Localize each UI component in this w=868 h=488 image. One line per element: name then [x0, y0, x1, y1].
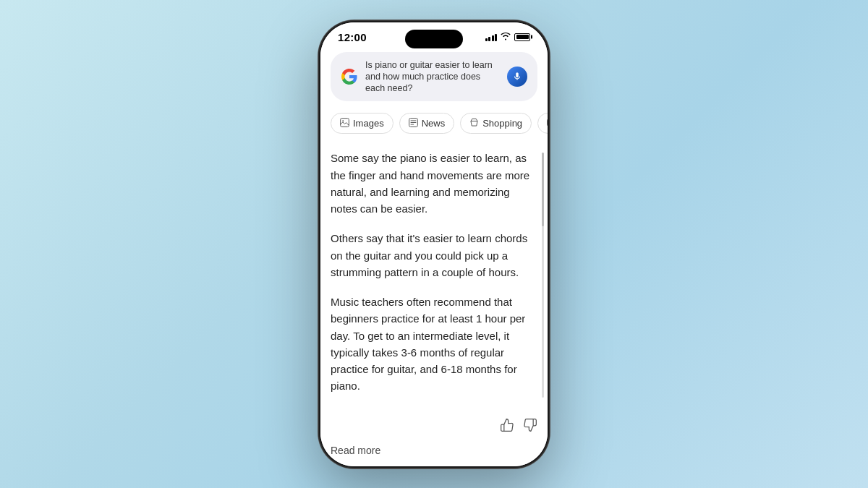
search-query-text: Is piano or guitar easier to learn and h…: [365, 59, 500, 95]
shopping-tab-icon: [469, 118, 479, 129]
read-more-row: Read more: [320, 442, 548, 466]
svg-rect-0: [341, 119, 349, 127]
phone-screen: 12:00: [320, 22, 548, 466]
svg-point-1: [342, 121, 344, 122]
paragraph-1: Some say the piano is easier to learn, a…: [331, 150, 537, 217]
phone-mockup: 12:00: [318, 20, 550, 468]
status-bar: 12:00: [320, 22, 548, 46]
search-bar-container: Is piano or guitar easier to learn and h…: [320, 46, 548, 109]
microphone-icon[interactable]: [507, 67, 527, 87]
shopping-tab-label: Shopping: [482, 118, 522, 129]
battery-icon: [514, 33, 530, 41]
paragraph-2: Others say that it's easier to learn cho…: [331, 230, 537, 281]
filter-tab-videos[interactable]: Vid...: [537, 113, 548, 134]
wifi-icon: [501, 33, 511, 42]
status-time: 12:00: [338, 31, 367, 43]
images-tab-icon: [340, 118, 349, 129]
read-more-link[interactable]: Read more: [331, 445, 380, 456]
videos-tab-icon: [547, 118, 548, 129]
scrollbar: [542, 153, 544, 397]
bottom-actions: [320, 412, 548, 442]
thumbs-up-button[interactable]: [500, 418, 514, 436]
signal-bars-icon: [485, 33, 498, 41]
images-tab-label: Images: [353, 118, 384, 129]
answer-content: Some say the piano is easier to learn, a…: [331, 150, 537, 394]
filter-tab-shopping[interactable]: Shopping: [460, 113, 532, 134]
phone-frame: 12:00: [318, 20, 550, 468]
news-tab-label: News: [422, 118, 446, 129]
paragraph-3: Music teachers often recommend that begi…: [331, 294, 537, 395]
thumbs-down-button[interactable]: [523, 418, 537, 436]
content-area: Some say the piano is easier to learn, a…: [320, 138, 548, 411]
dynamic-island: [405, 30, 463, 48]
news-tab-icon: [409, 118, 418, 129]
filter-tab-images[interactable]: Images: [331, 113, 393, 134]
status-icons: [485, 33, 531, 42]
filter-tabs: Images News: [320, 108, 548, 138]
filter-tab-news[interactable]: News: [399, 113, 455, 134]
search-bar[interactable]: Is piano or guitar easier to learn and h…: [331, 52, 537, 102]
google-logo-icon: [341, 68, 358, 85]
